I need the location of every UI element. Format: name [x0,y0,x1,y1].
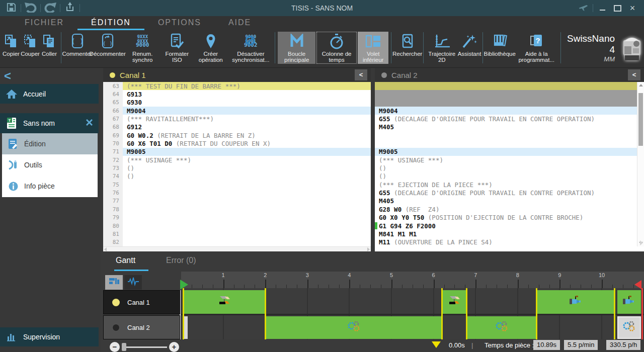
disable-sync-button[interactable]: 900090019002 Désactiver synchronisat... [229,32,272,64]
uncomment-button[interactable]: ( ) Décommenter [92,32,123,64]
renumber-sync-button[interactable]: 9XXX9XXX9000 Renum. synchro [124,32,160,64]
code-line[interactable] [375,99,644,107]
menu-edition[interactable]: ÉDITION [77,16,144,30]
code-line[interactable]: M11 (OUVERTURE DE LA PINCE S4) [375,238,644,246]
code-line[interactable]: 75 [103,181,371,189]
menu-aide[interactable]: AIDE [215,16,265,30]
code-line[interactable] [375,82,644,90]
code-line[interactable]: 73() [103,164,371,172]
code-line[interactable] [375,139,644,147]
code-line[interactable]: 67(*** RAVITAILLEMENT***) [103,115,371,123]
sidebar-item-edition[interactable]: Édition [2,133,98,154]
scroll-up-icon[interactable] [639,84,643,86]
sidebar-item-info-piece[interactable]: Info pièce [2,175,98,197]
machine-selector[interactable]: SwissNano 4 MM [567,33,644,64]
code-line[interactable] [375,90,644,98]
minimize-button[interactable] [595,2,610,15]
canal-2-collapse-button[interactable]: < [628,69,640,80]
maximize-button[interactable] [610,2,625,15]
cut-button[interactable]: Couper [21,32,39,64]
menu-options[interactable]: OPTIONS [144,16,215,30]
zoom-out-button[interactable]: − [110,342,120,352]
code-line[interactable]: M9004 [375,107,644,115]
gantt-bar-gears[interactable] [617,316,641,339]
menu-fichier[interactable]: FICHIER [11,16,77,30]
canal-1-collapse-button[interactable]: < [355,69,367,80]
gantt-time-ruler[interactable]: 12345678910 [181,272,644,288]
code-line[interactable]: 80 [103,222,371,230]
code-line[interactable]: G55 (DECALAGE D'ORIGINE POUR TRAVAIL EN … [375,115,644,123]
gantt-row-label-canal-2[interactable]: Canal 2 [103,315,180,339]
gantt-bar-spindle[interactable] [617,290,641,314]
redo-button[interactable] [42,2,58,15]
close-button[interactable]: × [625,2,640,15]
code-line[interactable]: G0 X0 Y0 T50 (POSITION D'EJECTION DE LA … [375,214,644,222]
canal-1-code-area[interactable]: 63(*** TEST DU FIN DE BARRE ***)64G91365… [103,82,371,246]
main-loop-toggle[interactable]: Boucle principale [278,32,315,64]
code-line[interactable]: M9005 [375,148,644,156]
gantt-bar-tool[interactable] [442,290,466,314]
sidebar-collapse-button[interactable]: < [4,69,11,83]
gantt-row-label-canal-1[interactable]: Canal 1 [103,290,180,314]
code-line[interactable]: 66M9004 [103,107,371,115]
export-button[interactable] [62,2,78,15]
time-column-toggle[interactable]: Colonne de temps [316,32,357,64]
code-line[interactable]: () [375,164,644,172]
lower-pane-toggle[interactable]: Volet inférieur [358,32,389,64]
scroll-right-icon[interactable] [367,247,370,251]
code-line[interactable] [375,131,644,139]
code-line[interactable]: M405 [375,197,644,205]
code-line[interactable]: (*** USINAGE ***) [375,156,644,164]
code-line[interactable]: 77 [103,197,371,205]
code-line[interactable]: 76 [103,189,371,197]
code-line[interactable]: 64G913 [103,90,371,98]
canal-1-horizontal-scrollbar[interactable] [103,246,371,251]
format-iso-button[interactable]: Formater ISO [162,32,192,64]
time-cursor-icon[interactable] [432,341,441,348]
gantt-bar-gears[interactable] [466,316,537,339]
trajectory-2d-button[interactable]: Trajectoire 2D [426,32,458,64]
zoom-slider-track[interactable] [123,346,167,348]
zoom-slider-handle[interactable] [122,343,126,351]
programming-help-button[interactable]: ? Aide à la programmat... [515,32,558,64]
gantt-end-marker[interactable] [634,280,641,289]
code-line[interactable]: G28 W0 (REF Z4) [375,205,644,213]
canal-2-code-area[interactable]: M9004G55 (DECALAGE D'ORIGINE POUR TRAVAI… [375,82,644,246]
remote-connect-button[interactable] [576,2,591,15]
library-button[interactable]: Bibliothèque [486,32,514,64]
assistant-button[interactable]: Assistant [459,32,480,64]
sidebar-item-outils[interactable]: Outils [2,154,98,175]
close-project-icon[interactable] [86,119,93,127]
code-line[interactable]: (*** EJECTION DE LA PIECE ***) [375,181,644,189]
tab-gantt[interactable]: Gantt [116,256,135,265]
tab-error[interactable]: Error (0) [166,256,196,265]
code-line[interactable]: 81 [103,230,371,238]
code-line[interactable]: M405 [375,123,644,131]
save-button[interactable] [3,2,19,15]
code-line[interactable]: 65G930 [103,99,371,107]
code-line[interactable]: 82 [103,238,371,246]
paste-button[interactable]: Coller [40,32,58,64]
gantt-bar-gears[interactable] [265,316,442,339]
code-line[interactable]: 68G912 [103,123,371,131]
gantt-view-button[interactable] [105,275,123,290]
canal-2-vertical-scrollbar[interactable] [637,82,644,246]
gantt-chart[interactable] [181,288,644,339]
code-line[interactable]: () [375,172,644,181]
code-line[interactable]: 74() [103,172,371,181]
code-line[interactable]: G1 G94 Z6 F2000 [375,222,644,230]
gantt-bar-tool[interactable] [183,290,265,314]
create-operation-button[interactable]: Créer opération [193,32,228,64]
waveform-view-button[interactable] [124,275,142,290]
sidebar-item-accueil[interactable]: Accueil [0,84,99,104]
copy-button[interactable]: Copier [2,32,20,64]
code-line[interactable]: 78 [103,205,371,213]
search-button[interactable]: Rechercher [394,32,421,64]
code-line[interactable]: 79 [103,214,371,222]
scroll-right-icon[interactable] [640,240,643,245]
undo-button[interactable] [23,2,39,15]
gantt-bar-plain[interactable] [184,316,188,339]
gantt-start-marker[interactable] [180,280,188,290]
comment-button[interactable]: ( ) Commenter [64,32,91,64]
zoom-in-button[interactable]: + [169,342,179,352]
